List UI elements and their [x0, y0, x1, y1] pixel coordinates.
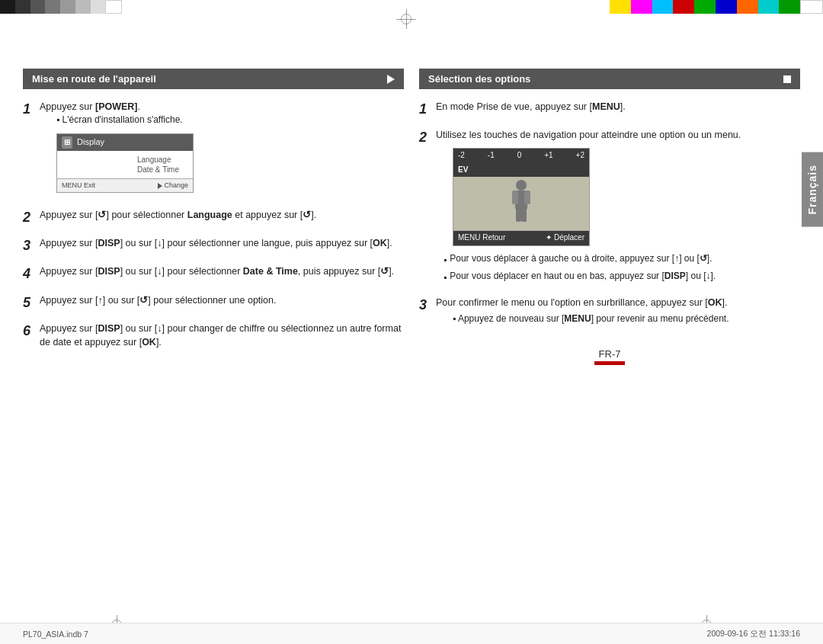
figure-silhouette: [506, 179, 536, 229]
arrow-right-icon: [387, 75, 395, 84]
step-6: 6 Appuyez sur [DISP] ou sur [↓] pour cha…: [23, 322, 404, 349]
bullet-list: ▪ Pour vous déplacer à gauche ou à droit…: [436, 252, 741, 284]
right-step-3: 3 Pour confirmer le menu ou l'option en …: [419, 296, 800, 325]
bottom-bar: PL70_ASIA.indb 7 2009-09-16 오전 11:33:16: [0, 623, 823, 644]
page-number: FR-7: [599, 348, 621, 360]
step-1: 1 Appuyez sur [POWER]. ▪ L'écran d'insta…: [23, 100, 404, 199]
right-section-header: Sélection des options: [419, 69, 800, 89]
sidebar-label: Français: [806, 165, 818, 215]
step-4: 4 Appuyez sur [DISP] ou sur [↓] pour sél…: [23, 264, 404, 284]
page-number-bar: [594, 361, 625, 365]
right-column: Sélection des options 1 En mode Prise de…: [419, 69, 800, 365]
svg-point-0: [516, 180, 527, 191]
svg-rect-2: [512, 191, 518, 204]
step-3: 3 Appuyez sur [DISP] ou sur [↓] pour sél…: [23, 236, 404, 255]
svg-rect-4: [516, 208, 521, 222]
svg-rect-5: [521, 208, 527, 222]
svg-rect-3: [524, 191, 530, 204]
left-section-header: Mise en route de l'appareil: [23, 69, 404, 89]
right-step-1: 1 En mode Prise de vue, appuyez sur [MEN…: [419, 100, 800, 119]
sidebar-language-tab: Français: [802, 152, 823, 227]
bottom-left-text: PL70_ASIA.indb 7: [23, 630, 88, 639]
right-section-title: Sélection des options: [428, 73, 530, 85]
step-2: 2 Appuyez sur [↺] pour sélectionner Lang…: [23, 208, 404, 227]
left-section-title: Mise en route de l'appareil: [32, 73, 156, 85]
small-arrow-icon: [158, 183, 162, 189]
page-number-area: FR-7: [419, 348, 800, 365]
camera-screen-1: ⊞ Display LanguageDate & Time MENU Exit: [56, 133, 194, 194]
stop-icon: [783, 75, 791, 83]
step-5: 5 Appuyez sur [↑] ou sur [↺] pour sélect…: [23, 293, 404, 312]
left-column: Mise en route de l'appareil 1 Appuyez su…: [23, 69, 404, 365]
camera-screen-2: -2-10+1+2 EV: [453, 148, 590, 246]
bottom-right-text: 2009-09-16 오전 11:33:16: [707, 629, 800, 639]
right-step-2: 2 Utilisez les touches de navigation pou…: [419, 128, 800, 287]
